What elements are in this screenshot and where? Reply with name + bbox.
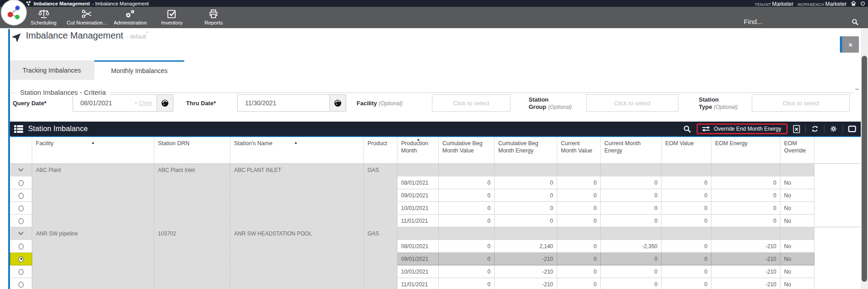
current-month-value-cell: 0 bbox=[557, 265, 601, 278]
workbench[interactable]: WORKBENCHMarketer bbox=[798, 0, 847, 8]
page-title-text: Imbalance Management bbox=[26, 30, 123, 40]
column-header-cumulative-beg-month-energy[interactable]: Cumulative Beg Month Energy bbox=[495, 137, 557, 164]
radio-button[interactable] bbox=[19, 180, 24, 186]
radio-button[interactable] bbox=[19, 282, 24, 288]
nav-item-administration[interactable]: Administration bbox=[109, 7, 151, 28]
eom-override-cell: No bbox=[780, 202, 814, 215]
current-month-energy-cell: 0 bbox=[601, 215, 662, 227]
table-row[interactable]: 08/01/202102,1400-2,3500-210No bbox=[10, 240, 861, 253]
radio-button[interactable] bbox=[19, 269, 24, 275]
grid-title-bar: Station Imbalance Override End Month Ene… bbox=[10, 122, 861, 136]
refresh-icon[interactable] bbox=[811, 125, 819, 133]
tab-tracking-imbalances[interactable]: Tracking Imbalances bbox=[9, 60, 94, 80]
report-icon bbox=[208, 9, 219, 19]
excel-export-icon[interactable] bbox=[793, 125, 800, 133]
radio-button[interactable] bbox=[19, 193, 24, 199]
cumulative-beg-month-value-cell: 0 bbox=[439, 253, 495, 265]
nav-item-inventory[interactable]: Inventory bbox=[151, 7, 193, 28]
override-end-month-energy-button[interactable]: Override End Month Energy bbox=[696, 123, 788, 134]
radio-cell[interactable] bbox=[10, 278, 32, 289]
radio-button[interactable] bbox=[19, 244, 24, 250]
column-header-current-month-energy[interactable]: Current Month Energy bbox=[601, 137, 662, 164]
home-icon[interactable] bbox=[851, 1, 856, 6]
radio-cell[interactable] bbox=[10, 215, 32, 227]
radio-cell[interactable] bbox=[10, 176, 32, 189]
group-expand-cell[interactable] bbox=[10, 164, 32, 176]
radio-cell[interactable] bbox=[10, 189, 32, 202]
column-header-station-s-name[interactable]: Station's Name▲ bbox=[230, 137, 364, 164]
clear-button[interactable]: × Clear bbox=[134, 100, 152, 106]
column-header-eom-value[interactable]: EOM Value bbox=[662, 137, 711, 164]
column-header-production-month[interactable]: Production Month▲ bbox=[397, 137, 439, 164]
scrollbar-thumb[interactable] bbox=[862, 56, 867, 282]
product-cell bbox=[364, 202, 397, 215]
column-header-current-month-value[interactable]: Current Month Value bbox=[557, 137, 601, 164]
app-logo[interactable] bbox=[2, 0, 26, 24]
column-header-product[interactable]: Product bbox=[364, 137, 397, 164]
table-row[interactable]: 10/01/2021000000No bbox=[10, 202, 861, 215]
grid-icon[interactable] bbox=[14, 125, 24, 133]
collapse-icon[interactable]: − bbox=[855, 85, 859, 93]
sort-asc-icon: ▲ bbox=[294, 141, 298, 145]
main-nav: Scheduling Cut Nomination... Administrat… bbox=[0, 7, 868, 28]
nav-label: Scheduling bbox=[31, 20, 57, 25]
find-input[interactable] bbox=[738, 18, 851, 26]
facility-cell bbox=[32, 215, 154, 227]
column-header-eom-override[interactable]: EOM Override bbox=[780, 137, 814, 164]
filler-cell bbox=[814, 227, 861, 240]
radio-cell[interactable] bbox=[10, 240, 32, 253]
station-type-label: Station Type (Optional) bbox=[699, 96, 738, 111]
close-panel-button[interactable]: × bbox=[840, 36, 859, 53]
nav-item-reports[interactable]: Reports bbox=[193, 7, 235, 28]
search-icon[interactable] bbox=[851, 18, 859, 26]
station-type-select[interactable]: Click to select bbox=[752, 94, 850, 112]
radio-cell[interactable] bbox=[10, 202, 32, 215]
chevron-down-icon[interactable] bbox=[18, 231, 24, 235]
eom-override-cell: No bbox=[780, 215, 814, 227]
find-box bbox=[738, 15, 859, 29]
tenant[interactable]: TENANTMarketer bbox=[755, 0, 794, 8]
column-header-station-drn[interactable]: Station DRN bbox=[154, 137, 230, 164]
radio-button[interactable] bbox=[19, 206, 24, 211]
query-date-field[interactable]: 08/01/2021 × Clear bbox=[73, 94, 157, 112]
column-header-blank bbox=[10, 137, 32, 164]
group-row[interactable]: ABC PlantABC Plant InletABC PLANT INLETG… bbox=[10, 164, 861, 176]
radio-button[interactable] bbox=[19, 218, 24, 224]
group-empty-cell bbox=[662, 164, 711, 176]
group-row[interactable]: ANR SW pipeline103702ANR SW HEADSTATION … bbox=[10, 227, 861, 240]
table-row[interactable]: 09/01/2021000000No bbox=[10, 189, 861, 202]
production-month-cell: 10/01/2021 bbox=[397, 202, 439, 215]
gears-icon bbox=[124, 9, 136, 19]
facility-select[interactable]: Click to select bbox=[432, 94, 510, 112]
table-row[interactable]: 11/01/2021000000No bbox=[10, 215, 861, 227]
gear-icon[interactable] bbox=[829, 125, 838, 133]
station-drn-cell bbox=[154, 176, 230, 189]
radio-button[interactable] bbox=[19, 256, 24, 262]
tab-monthly-imbalances[interactable]: Monthly Imbalances bbox=[94, 60, 184, 80]
table-row[interactable]: 10/01/20210-210000-210No bbox=[10, 265, 861, 278]
nav-item-scheduling[interactable]: Scheduling bbox=[23, 7, 64, 28]
table-row[interactable]: 11/01/20210-210000-210No bbox=[10, 278, 861, 289]
station-group-select[interactable]: Click to select bbox=[586, 94, 678, 112]
thru-date-field[interactable]: 11/30/2021 bbox=[237, 94, 330, 112]
query-date-picker-button[interactable] bbox=[157, 94, 173, 112]
group-empty-cell bbox=[780, 227, 814, 240]
table-row[interactable]: 09/01/20210-210000-210No bbox=[10, 253, 861, 265]
nav-item-cut-nomination[interactable]: Cut Nomination... bbox=[64, 7, 109, 28]
search-icon[interactable] bbox=[683, 125, 691, 133]
radio-cell[interactable] bbox=[10, 265, 32, 278]
current-month-value-cell: 0 bbox=[557, 240, 601, 253]
table-row[interactable]: 08/01/2021000000No bbox=[10, 176, 861, 189]
thru-date-picker-button[interactable] bbox=[329, 94, 346, 112]
power-icon[interactable] bbox=[860, 1, 865, 6]
optional-tag: (Optional) bbox=[714, 104, 738, 110]
window-icon[interactable] bbox=[848, 125, 856, 132]
current-month-value-cell: 0 bbox=[557, 202, 601, 215]
chevron-down-icon[interactable] bbox=[18, 168, 24, 172]
column-header-cumulative-beg-month-value[interactable]: Cumulative Beg Month Value bbox=[439, 137, 495, 164]
column-header-facility[interactable]: Facility▲ bbox=[32, 137, 154, 164]
column-header-eom-energy[interactable]: EOM Energy bbox=[711, 137, 780, 164]
radio-cell[interactable] bbox=[10, 253, 32, 265]
group-expand-cell[interactable] bbox=[10, 227, 32, 240]
molecule-icon bbox=[25, 0, 31, 6]
